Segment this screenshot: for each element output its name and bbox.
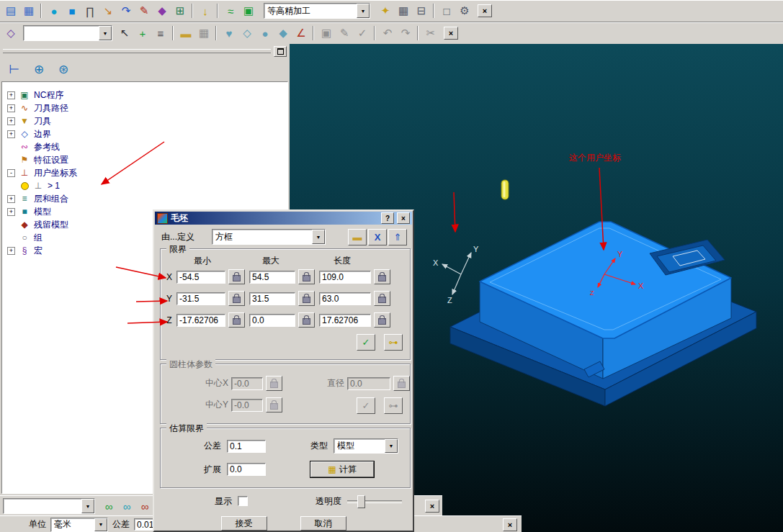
window-grid-icon[interactable]: □ — [438, 3, 455, 19]
x-length-lock-button[interactable] — [374, 269, 390, 284]
printer-icon[interactable]: ▤ — [2, 3, 19, 19]
tree-item-feature-sets[interactable]: ⚑ 特征设置 — [2, 153, 287, 166]
defined-by-select[interactable]: 方框 ▼ — [212, 229, 326, 245]
lightbulb-icon[interactable] — [21, 182, 29, 190]
units-select[interactable]: 毫米 ▼ — [50, 518, 108, 532]
z-max-input[interactable] — [249, 314, 295, 327]
globe-icon[interactable]: ⊕ — [30, 61, 48, 77]
slope-icon[interactable]: ∠ — [292, 25, 310, 41]
panel-grip[interactable] — [3, 46, 287, 56]
tree-item-nc-programs[interactable]: + ▣ NC程序 — [2, 89, 287, 102]
secondary-toolbar-close-button[interactable]: × — [444, 27, 458, 40]
folder-icon[interactable]: ▬ — [177, 25, 194, 41]
tree-item-patterns[interactable]: ∾ 参考线 — [2, 140, 287, 153]
leads-links-icon[interactable]: ↷ — [117, 3, 135, 19]
strategies-diamond-icon[interactable]: ◆ — [153, 3, 171, 19]
cancel-button[interactable]: 取消 — [300, 516, 346, 531]
chevron-down-icon[interactable]: ▼ — [357, 4, 370, 18]
tree-view-icon[interactable]: ⊢ — [6, 61, 23, 77]
chevron-down-icon[interactable]: ▼ — [81, 499, 94, 513]
expand-toggle[interactable]: + — [7, 91, 15, 99]
x-max-input[interactable] — [249, 271, 295, 284]
chevron-down-icon[interactable]: ▼ — [99, 26, 112, 40]
restore-panel-button[interactable] — [274, 46, 287, 57]
expand-toggle[interactable]: + — [7, 117, 15, 125]
y-min-lock-button[interactable] — [228, 291, 245, 306]
heart-curve-icon[interactable]: ♥ — [220, 25, 238, 41]
expand-toggle[interactable]: + — [7, 208, 15, 216]
expand-toggle[interactable]: + — [7, 130, 15, 138]
x-length-input[interactable] — [319, 271, 371, 284]
expand-toggle[interactable]: + — [7, 247, 15, 255]
glasses-green-icon[interactable]: ∞ — [100, 498, 117, 514]
tree-item-toolpaths[interactable]: + ∿ 刀具路径 — [2, 102, 287, 114]
save-project-icon[interactable]: ▦ — [20, 3, 37, 19]
tool-cylinder[interactable] — [501, 180, 509, 199]
chevron-down-icon[interactable]: ▼ — [312, 230, 325, 244]
cursor-icon[interactable]: ↖ — [116, 25, 133, 41]
z-max-lock-button[interactable] — [298, 312, 315, 328]
curve-kite-icon[interactable]: ◇ — [2, 25, 19, 41]
save-block-file-button[interactable]: ⇑ — [388, 229, 407, 245]
chevron-down-icon[interactable]: ▼ — [94, 518, 107, 531]
start-point-icon[interactable]: ↘ — [99, 3, 117, 19]
main-toolbar-close-button[interactable]: × — [478, 4, 492, 17]
display-checkbox[interactable] — [238, 496, 248, 506]
x-min-lock-button[interactable] — [228, 269, 245, 284]
tree-item-tools[interactable]: + ▼ 刀具 — [2, 114, 287, 127]
tolerance-input[interactable] — [227, 440, 266, 453]
y-max-input[interactable] — [249, 292, 295, 305]
y-max-lock-button[interactable] — [298, 291, 315, 306]
z-min-lock-button[interactable] — [228, 312, 245, 328]
list-icon[interactable]: ≡ — [152, 25, 169, 41]
z-length-lock-button[interactable] — [374, 312, 390, 328]
kite-icon[interactable]: ◆ — [274, 25, 292, 41]
expand-toggle[interactable]: + — [7, 104, 15, 112]
save-icon[interactable]: ▦ — [195, 25, 212, 41]
calculate-button[interactable]: ▦ 计算 — [310, 461, 374, 477]
open-block-file-button[interactable]: ▬ — [348, 229, 367, 245]
collapse-toggle[interactable]: - — [7, 169, 15, 177]
scissors-icon[interactable]: ✂ — [422, 25, 439, 41]
tool-pencil-icon[interactable]: ✎ — [135, 3, 153, 19]
y-length-lock-button[interactable] — [374, 291, 390, 306]
simulation-toolpath-select[interactable]: ▼ — [3, 498, 95, 514]
hammer-tools-icon[interactable]: ⚙ — [456, 3, 473, 19]
tree-item-boundaries[interactable]: + ◇ 边界 — [2, 127, 287, 140]
chevron-down-icon[interactable]: ▼ — [385, 439, 398, 453]
expand-toggle[interactable]: + — [7, 195, 15, 203]
simulation-icon[interactable]: ≈ — [222, 3, 239, 19]
expansion-input[interactable] — [227, 463, 266, 476]
box-select-icon[interactable]: ▣ — [318, 25, 335, 41]
slider-thumb[interactable] — [357, 495, 365, 508]
z-min-input[interactable] — [176, 314, 225, 327]
check-block-button[interactable]: ✓ — [357, 334, 375, 351]
opacity-slider[interactable] — [347, 495, 402, 507]
table-icon[interactable]: ▦ — [395, 3, 412, 19]
nc-program-icon[interactable]: ⊞ — [171, 3, 189, 19]
y-length-input[interactable] — [319, 292, 371, 305]
dialog-help-button[interactable]: ? — [381, 212, 394, 224]
glasses-exit-icon[interactable]: ∞ — [136, 498, 153, 514]
key-icon[interactable]: ✦ — [377, 3, 394, 19]
delete-block-button[interactable]: X — [368, 229, 387, 245]
simulation-toolbar-close-button[interactable]: × — [425, 500, 439, 513]
calculate-arrow-icon[interactable]: ↓ — [197, 3, 214, 19]
glasses-cyan-icon[interactable]: ∞ — [118, 498, 135, 514]
calculator-icon[interactable]: ⊟ — [413, 3, 430, 19]
x-max-lock-button[interactable] — [298, 269, 315, 284]
active-item-select[interactable]: ▼ — [23, 25, 112, 41]
check-icon[interactable]: ✓ — [354, 25, 371, 41]
accept-button[interactable]: 接受 — [221, 516, 267, 531]
redo-icon[interactable]: ↷ — [397, 25, 414, 41]
add-icon[interactable]: + — [134, 25, 151, 41]
type-select[interactable]: 模型 ▼ — [334, 438, 398, 454]
teapot-render-icon[interactable]: ● — [45, 3, 63, 19]
dialog-close-button[interactable]: × — [397, 212, 410, 224]
strategy-select[interactable]: 等高精加工 ▼ — [264, 3, 370, 19]
viewmill-icon[interactable]: ▣ — [240, 3, 257, 19]
sphere-icon[interactable]: ● — [256, 25, 274, 41]
tree-item-workplane-1[interactable]: ⊥ > 1 — [2, 179, 287, 192]
z-length-input[interactable] — [319, 314, 371, 327]
dialog-titlebar[interactable]: 毛坯 ? × — [155, 212, 412, 225]
